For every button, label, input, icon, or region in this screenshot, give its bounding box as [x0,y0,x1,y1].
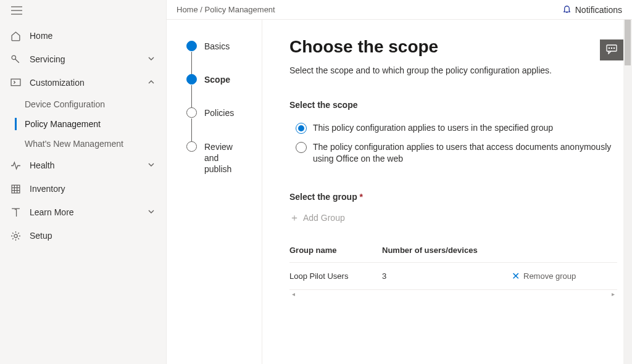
col-group-name: Group name [289,246,382,255]
vertical-scrollbar[interactable] [623,20,632,364]
nav-inventory[interactable]: Inventory [0,177,166,201]
plus-icon: ＋ [289,212,299,225]
scope-radio-anonymous[interactable]: The policy configuration applies to user… [289,139,617,170]
book-icon [10,207,21,218]
nav-health[interactable]: Health [0,154,166,177]
notifications-label: Notifications [575,5,622,15]
nav-learn-more[interactable]: Learn More [0,201,166,224]
nav-home-label: Home [30,31,156,41]
svg-point-10 [14,234,17,237]
group-table: Group name Number of users/devices Loop … [289,238,617,290]
nav-customization-label: Customization [30,78,148,88]
table-row: Loop Pilot Users 3 ✕ Remove group [289,263,617,289]
scroll-right-icon: ▸ [612,291,615,297]
subnav-whatsnew-label: What's New Management [25,139,123,149]
step-dot [186,74,197,85]
scrollbar-thumb[interactable] [625,20,631,65]
add-group-label: Add Group [303,213,345,223]
chevron-down-icon [148,207,156,217]
nav-customization[interactable]: Customization [0,71,166,94]
nav-servicing-label: Servicing [30,54,148,64]
step-dot [186,141,197,152]
subnav-device-label: Device Configuration [25,99,105,109]
subnav-policy-management[interactable]: Policy Management [0,114,166,134]
nav-learn-label: Learn More [30,207,148,217]
step-review[interactable]: Review and publish [186,141,236,175]
notifications-button[interactable]: Notifications [562,4,622,15]
grid-icon [10,183,21,194]
page-subtitle: Select the scope and to which group the … [289,65,617,75]
close-icon: ✕ [512,270,520,282]
bell-icon [562,4,572,15]
step-dot [186,107,197,118]
radio-indicator [296,142,307,153]
topbar: Home / Policy Management Notifications [167,0,632,20]
step-label: Scope [204,74,230,85]
step-label: Basics [204,41,230,52]
customize-icon [10,77,21,88]
page-title: Choose the scope [289,37,617,57]
health-icon [10,160,21,171]
svg-rect-4 [11,79,20,86]
nav-servicing[interactable]: Servicing [0,48,166,71]
gear-icon [10,230,21,241]
step-scope[interactable]: Scope [186,74,236,107]
nav-setup-label: Setup [30,231,156,241]
svg-point-14 [613,48,614,48]
subnav-whats-new[interactable]: What's New Management [0,134,166,154]
radio-indicator [296,123,307,134]
step-policies[interactable]: Policies [186,107,236,141]
svg-point-12 [609,48,609,48]
chevron-up-icon [148,78,156,88]
form-panel: Choose the scope Select the scope and to… [262,20,632,364]
chevron-down-icon [148,160,156,170]
nav-home[interactable]: Home [0,24,166,48]
scroll-left-icon: ◂ [292,291,295,297]
home-icon [10,30,21,41]
group-section-label: Select the group [289,192,617,202]
chevron-down-icon [148,54,156,64]
step-label: Review and publish [204,141,236,175]
step-dot [186,41,197,51]
subnav-device-configuration[interactable]: Device Configuration [0,94,166,114]
scope-section-label: Select the scope [289,100,617,110]
remove-group-button[interactable]: ✕ Remove group [512,270,617,282]
sidebar: Home Servicing Customization Device Conf… [0,0,167,364]
horizontal-scrollbar[interactable]: ◂ ▸ [289,290,617,299]
step-basics[interactable]: Basics [186,41,236,74]
breadcrumb: Home / Policy Management [177,5,562,14]
stepper: Basics Scope Policies Review and publish [167,20,262,364]
breadcrumb-home[interactable]: Home [177,5,198,14]
subnav-policy-label: Policy Management [25,119,101,129]
table-header: Group name Number of users/devices [289,238,617,263]
nav-setup[interactable]: Setup [0,224,166,247]
nav-inventory-label: Inventory [30,184,156,194]
add-group-button[interactable]: ＋ Add Group [289,212,617,225]
breadcrumb-current: Policy Management [205,5,275,14]
feedback-button[interactable] [600,39,623,60]
radio-label: This policy configuration applies to use… [313,122,553,134]
wrench-icon [10,54,21,65]
scope-radio-users-in-group[interactable]: This policy configuration applies to use… [289,120,617,139]
nav-health-label: Health [30,160,148,170]
svg-rect-5 [12,185,20,193]
step-label: Policies [204,107,234,118]
cell-user-count: 3 [382,271,512,281]
radio-label: The policy configuration applies to user… [313,141,617,165]
hamburger-menu[interactable] [0,0,166,22]
col-user-count: Number of users/devices [382,246,512,255]
scope-radio-group: This policy configuration applies to use… [289,120,617,170]
remove-group-label: Remove group [523,271,576,281]
svg-point-13 [611,48,612,48]
cell-group-name: Loop Pilot Users [289,271,382,281]
chat-icon [606,44,617,56]
